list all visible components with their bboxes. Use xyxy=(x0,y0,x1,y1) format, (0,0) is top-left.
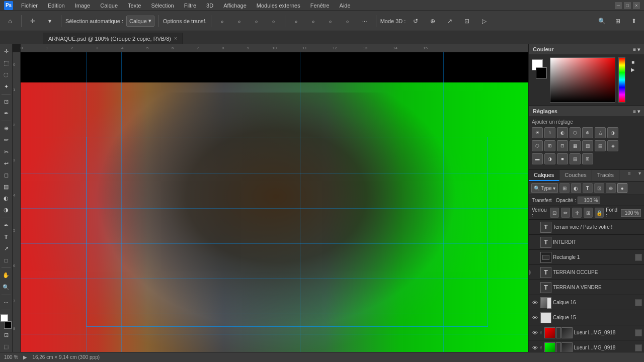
layer-vis-interdit[interactable] xyxy=(531,238,539,246)
view3d-btn[interactable]: ⊕ xyxy=(426,14,440,28)
history-brush-tool[interactable]: ↩ xyxy=(1,158,12,169)
text-tool[interactable]: T xyxy=(1,232,12,242)
screen-toggle-btn[interactable]: ⬚ xyxy=(1,341,12,352)
filter-smart-btn[interactable]: ⊕ xyxy=(606,183,616,193)
filter-toggle-btn[interactable]: ● xyxy=(617,183,627,193)
color-picker-btn[interactable]: ▶ xyxy=(631,67,635,72)
crop-tool[interactable]: ⊡ xyxy=(1,97,12,107)
color-mode-btn[interactable]: ■ xyxy=(631,59,634,65)
adj-panel-collapse-icon[interactable]: ▾ xyxy=(637,109,640,114)
layer-item-lueur-red[interactable]: 👁 f Lueur l...MG_0918 xyxy=(529,325,644,340)
move-tool[interactable]: ✛ xyxy=(1,46,12,57)
selective-color-btn[interactable]: ◈ xyxy=(607,140,618,151)
align-bottom-btn[interactable]: ⬦ xyxy=(267,14,281,28)
lasso-tool[interactable]: ◌ xyxy=(1,69,12,80)
dodge-tool[interactable]: ◑ xyxy=(1,205,12,215)
gradient-tool[interactable]: ▤ xyxy=(1,182,12,192)
minimize-button[interactable]: ─ xyxy=(615,2,622,9)
clone-tool[interactable]: ✂ xyxy=(1,146,12,157)
adj-panel-menu-icon[interactable]: ≡ xyxy=(633,109,636,114)
marquee-tool[interactable]: ⬚ xyxy=(1,58,12,68)
menu-image[interactable]: Image xyxy=(73,2,93,10)
menu-fichier[interactable]: Fichier xyxy=(19,2,40,10)
layers-panel-menu-icon[interactable]: ≡ xyxy=(625,170,634,178)
more-tools-btn[interactable]: ··· xyxy=(1,297,12,308)
menu-modules[interactable]: Modules externes xyxy=(255,2,302,10)
align-right-btn[interactable]: ⬦ xyxy=(250,14,264,28)
filter-shape-btn[interactable]: ⊡ xyxy=(594,183,604,193)
lock-pixels-btn[interactable]: ✏ xyxy=(561,208,570,218)
filter-pixel-btn[interactable]: ⊞ xyxy=(559,183,570,193)
hsl-adj-btn[interactable]: ⊕ xyxy=(582,127,593,138)
tab-close-btn[interactable]: × xyxy=(174,36,177,41)
video-btn[interactable]: ▷ xyxy=(477,14,491,28)
color-hue-slider[interactable] xyxy=(618,57,625,103)
bg-color-swatch[interactable] xyxy=(536,67,547,78)
document-tab[interactable]: ARNAQUE.psd @ 100% (Groupe 2 copie, RVB/… xyxy=(43,33,183,44)
tab-calques[interactable]: Calques xyxy=(529,170,559,181)
menu-calque[interactable]: Calque xyxy=(98,2,120,10)
color-panel-menu-icon[interactable]: ≡ xyxy=(633,47,636,52)
adjustments-panel-header[interactable]: Réglages ≡ ▾ xyxy=(529,106,644,116)
dist-center-btn[interactable]: ⬦ xyxy=(324,14,338,28)
screen-mode-btn[interactable]: ⊡ xyxy=(1,330,12,340)
background-color-swatch[interactable] xyxy=(4,321,12,329)
filter-text-btn[interactable]: T xyxy=(583,183,593,193)
layers-panel-collapse-icon[interactable]: ▾ xyxy=(635,170,644,178)
search-btn[interactable]: 🔍 xyxy=(595,14,609,28)
filter-adj-btn[interactable]: ◐ xyxy=(571,183,581,193)
align-left-btn[interactable]: ⬦ xyxy=(215,14,229,28)
gradient-map-btn[interactable]: ▤ xyxy=(595,140,606,151)
color-lookup-btn[interactable]: ⊞ xyxy=(544,140,555,151)
menu-filtre[interactable]: Filtre xyxy=(182,2,198,10)
tab-traces[interactable]: Tracés xyxy=(592,170,619,181)
eraser-tool[interactable]: ◻ xyxy=(1,170,12,180)
maximize-button[interactable]: □ xyxy=(624,2,631,9)
menu-texte[interactable]: Texte xyxy=(126,2,143,10)
layer-vis-terrain-vendre[interactable] xyxy=(531,284,539,292)
camera-btn[interactable]: ⊡ xyxy=(460,14,474,28)
brush-tool[interactable]: ✏ xyxy=(1,135,12,145)
layer-vis-calque16[interactable]: 👁 xyxy=(531,299,539,307)
color-gradient-picker[interactable] xyxy=(550,57,615,103)
layer-item-calque15[interactable]: 👁 Calque 15 xyxy=(529,310,644,325)
menu-edition[interactable]: Edition xyxy=(46,2,67,10)
shadows-adj-btn[interactable]: ◑ xyxy=(544,153,555,164)
posterize-btn[interactable]: ▦ xyxy=(570,140,581,151)
exposure-adj-btn[interactable]: ◐ xyxy=(557,127,568,138)
opacity-input[interactable] xyxy=(578,197,600,204)
blur-tool[interactable]: ◐ xyxy=(1,193,12,204)
dist-bottom-btn[interactable]: ⬦ xyxy=(341,14,355,28)
zoom-tool[interactable]: 🔍 xyxy=(1,282,12,292)
shape-tool[interactable]: □ xyxy=(1,255,12,265)
move-tool-button[interactable]: ✛ xyxy=(26,14,40,28)
more-btn[interactable]: ··· xyxy=(358,14,372,28)
layer-item-terrain-occupe[interactable]: T TERRAIN OCCUPE ● xyxy=(529,265,644,280)
calque-dropdown[interactable]: Calque ▾ xyxy=(126,16,154,27)
solid-color-btn[interactable]: ■ xyxy=(557,153,568,164)
color-panel-collapse-icon[interactable]: ▾ xyxy=(637,47,640,52)
align-center-h-btn[interactable]: ⬦ xyxy=(232,14,247,28)
vibrance-adj-btn[interactable]: ⬡ xyxy=(570,127,581,138)
threshold-btn[interactable]: ▧ xyxy=(582,140,593,151)
canvas[interactable] xyxy=(21,52,528,352)
dist-h-btn[interactable]: ⬦ xyxy=(289,14,303,28)
fond-input[interactable] xyxy=(621,209,641,217)
invert-btn[interactable]: ⊟ xyxy=(557,140,568,151)
channel-mix-btn[interactable]: ⬡ xyxy=(532,140,543,151)
move-mode-toggle[interactable]: ▾ xyxy=(43,14,57,28)
menu-3d[interactable]: 3D xyxy=(204,2,215,10)
home-button[interactable]: ⌂ xyxy=(3,14,17,28)
color-panel-header[interactable]: Couleur ≡ ▾ xyxy=(529,44,644,54)
menu-fenetre[interactable]: Fenêtre xyxy=(308,2,332,10)
close-button[interactable]: × xyxy=(633,2,640,9)
tab-couches[interactable]: Couches xyxy=(559,170,592,181)
menu-selection[interactable]: Sélection xyxy=(149,2,176,10)
menu-aide[interactable]: Aide xyxy=(338,2,353,10)
transform-btn[interactable]: ↗ xyxy=(443,14,457,28)
curves-adj-btn[interactable]: ⌇ xyxy=(544,127,555,138)
layer-item-rect1[interactable]: Rectangle 1 xyxy=(529,250,644,265)
layer-filter-dropdown[interactable]: 🔍 Type ▾ xyxy=(531,183,558,193)
layout-btn[interactable]: ⊞ xyxy=(611,14,625,28)
path-select-tool[interactable]: ↗ xyxy=(1,243,12,254)
